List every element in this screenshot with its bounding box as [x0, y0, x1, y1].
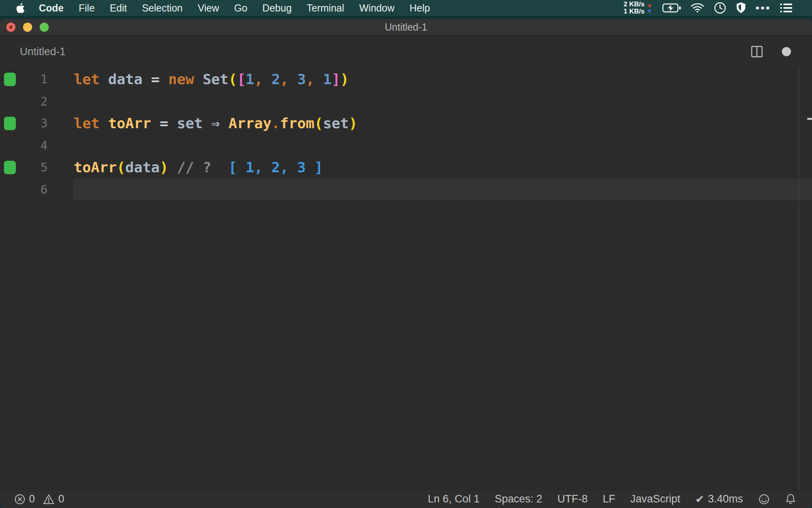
line-number[interactable]: 5	[8, 156, 48, 179]
shield-icon[interactable]	[736, 2, 746, 14]
code-token: ⇒	[211, 115, 220, 131]
code-token: Set	[194, 71, 228, 87]
code-line-2[interactable]: 2	[0, 90, 812, 113]
menu-item-debug[interactable]: Debug	[262, 2, 292, 14]
code-editor[interactable]: 1let data = new Set([1, 2, 3, 1])23let t…	[0, 67, 812, 490]
upload-arrow-icon: ▲	[647, 2, 653, 8]
code-token: set	[323, 115, 349, 131]
code-line-3[interactable]: 3let toArr = set ⇒ Array.from(set)	[0, 112, 812, 135]
notifications-bell-icon[interactable]	[785, 493, 796, 505]
code-token: (	[117, 159, 125, 175]
code-text[interactable]: let toArr = set ⇒ Array.from(set)	[74, 112, 357, 135]
code-text[interactable]: toArr(data) // ? [ 1, 2, 3 ]	[74, 156, 323, 179]
menubar-status-area: 2 KB/s 1 KB/s ▲ ▼	[624, 0, 812, 16]
wifi-icon[interactable]	[691, 3, 704, 13]
code-token: new	[168, 71, 194, 87]
menu-item-view[interactable]: View	[198, 2, 219, 14]
code-token: ,	[254, 71, 263, 87]
menu-item-help[interactable]: Help	[410, 2, 430, 14]
code-token	[314, 71, 323, 87]
ellipsis-icon[interactable]: •••	[756, 0, 771, 16]
menu-app-name[interactable]: Code	[39, 2, 64, 14]
quokka-time: 3.40ms	[708, 493, 743, 505]
apple-icon	[16, 2, 25, 13]
menu-item-selection[interactable]: Selection	[142, 2, 183, 14]
list-icon[interactable]	[780, 3, 792, 13]
menu-item-window[interactable]: Window	[359, 2, 395, 14]
code-token	[100, 115, 108, 131]
window-titlebar[interactable]: Untitled-1	[0, 19, 812, 36]
cursor-position[interactable]: Ln 6, Col 1	[428, 493, 480, 505]
code-token	[263, 71, 272, 87]
scrollbar-border	[799, 67, 799, 490]
menu-item-file[interactable]: File	[79, 2, 95, 14]
code-token: let	[74, 115, 100, 131]
encoding-setting[interactable]: UTF-8	[557, 493, 588, 505]
network-down-speed: 1 KB/s	[624, 8, 645, 15]
apple-menu[interactable]	[16, 2, 25, 13]
code-token: set	[168, 115, 211, 131]
clock-icon[interactable]	[714, 2, 726, 14]
macos-menubar: Code FileEditSelectionViewGoDebugTermina…	[0, 0, 812, 16]
code-token: ,	[280, 71, 289, 87]
code-token	[289, 71, 297, 87]
code-line-6[interactable]: 6	[0, 179, 812, 201]
code-token: Array	[228, 115, 271, 131]
error-icon	[14, 494, 25, 505]
code-token: =	[160, 115, 169, 131]
code-token: from	[280, 115, 314, 131]
code-token: (	[314, 115, 323, 131]
line-number[interactable]: 6	[8, 179, 48, 201]
network-up-speed: 2 KB/s	[624, 1, 645, 8]
code-token: 1	[323, 71, 332, 87]
unsaved-dot[interactable]	[782, 47, 791, 56]
check-icon: ✔	[695, 493, 705, 506]
statusbar: 0 0 Ln 6, Col 1 Spaces: 2 UTF-8 LF JavaS…	[0, 490, 812, 508]
editor-tabbar: Untitled-1	[0, 37, 812, 67]
code-token: data	[125, 159, 160, 175]
code-token: )	[160, 159, 169, 175]
menu-item-go[interactable]: Go	[234, 2, 247, 14]
overview-ruler-marker	[807, 118, 812, 120]
indentation-setting[interactable]: Spaces: 2	[495, 493, 542, 505]
line-number[interactable]: 1	[8, 68, 48, 90]
window-title: Untitled-1	[0, 19, 812, 36]
menu-item-edit[interactable]: Edit	[110, 2, 127, 14]
code-token	[211, 159, 228, 175]
code-line-4[interactable]: 4	[0, 135, 812, 157]
code-token: ]	[331, 71, 340, 87]
warning-icon	[43, 494, 55, 505]
menu-item-terminal[interactable]: Terminal	[307, 2, 344, 14]
warning-count: 0	[58, 493, 64, 505]
code-token: =	[151, 71, 160, 87]
quokka-perf[interactable]: ✔ 3.40ms	[695, 493, 743, 506]
code-text[interactable]: let data = new Set([1, 2, 3, 1])	[74, 68, 349, 90]
problems-status[interactable]: 0 0	[0, 493, 64, 505]
error-count: 0	[29, 493, 35, 505]
code-token: .	[272, 115, 280, 131]
code-token	[168, 159, 177, 175]
line-number[interactable]: 3	[8, 112, 48, 135]
code-token: 2	[272, 71, 280, 87]
code-token: toArr	[74, 159, 117, 175]
eol-setting[interactable]: LF	[603, 493, 615, 505]
code-token	[220, 115, 229, 131]
language-mode[interactable]: JavaScript	[630, 493, 680, 505]
battery-charging-icon[interactable]	[662, 3, 681, 13]
code-token: )	[349, 115, 358, 131]
download-arrow-icon: ▼	[647, 8, 653, 14]
code-line-1[interactable]: 1let data = new Set([1, 2, 3, 1])	[0, 68, 812, 90]
tab-untitled-1[interactable]: Untitled-1	[20, 46, 66, 58]
code-token: 1	[246, 71, 255, 87]
vscode-window: Untitled-1 Untitled-1 1let data = new Se…	[0, 19, 812, 508]
code-token: (	[228, 71, 237, 87]
line-number[interactable]: 4	[8, 135, 48, 157]
line-number[interactable]: 2	[8, 90, 48, 113]
network-speed[interactable]: 2 KB/s 1 KB/s ▲ ▼	[624, 1, 653, 15]
code-token: )	[340, 71, 349, 87]
feedback-smiley-icon[interactable]	[758, 493, 770, 505]
code-token: ,	[306, 71, 314, 87]
split-editor-icon[interactable]	[751, 45, 763, 58]
code-token: data	[100, 71, 151, 87]
code-line-5[interactable]: 5toArr(data) // ? [ 1, 2, 3 ]	[0, 156, 812, 179]
